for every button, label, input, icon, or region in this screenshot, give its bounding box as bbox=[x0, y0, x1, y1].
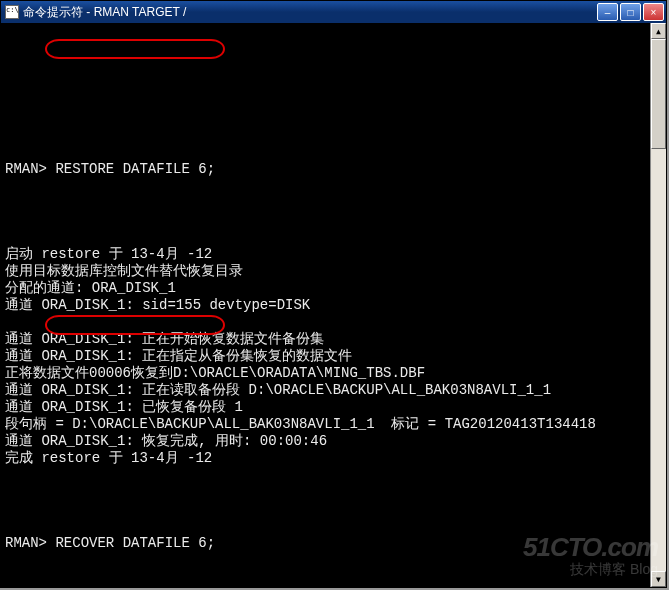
rman-prompt: RMAN> bbox=[5, 535, 47, 551]
scroll-thumb[interactable] bbox=[651, 39, 666, 149]
terminal-line: 段句柄 = D:\ORACLE\BACKUP\ALL_BAK03N8AVLI_1… bbox=[5, 416, 648, 433]
restore-command: RESTORE DATAFILE 6; bbox=[55, 161, 215, 177]
window-controls: – □ × bbox=[597, 3, 664, 21]
minimize-button[interactable]: – bbox=[597, 3, 618, 21]
scroll-track[interactable] bbox=[651, 39, 666, 571]
close-button[interactable]: × bbox=[643, 3, 664, 21]
titlebar[interactable]: 命令提示符 - RMAN TARGET / – □ × bbox=[1, 1, 666, 23]
scroll-down-button[interactable]: ▼ bbox=[651, 571, 666, 587]
terminal-line: 通道 ORA_DISK_1: 恢复完成, 用时: 00:00:46 bbox=[5, 433, 648, 450]
highlight-ring-restore bbox=[45, 39, 225, 59]
recover-command: RECOVER DATAFILE 6; bbox=[55, 535, 215, 551]
cmd-icon bbox=[5, 5, 19, 19]
terminal-line: 通道 ORA_DISK_1: sid=155 devtype=DISK bbox=[5, 297, 648, 314]
cmd-window: 命令提示符 - RMAN TARGET / – □ × RMAN> RESTOR… bbox=[0, 0, 667, 588]
window-title: 命令提示符 - RMAN TARGET / bbox=[23, 4, 597, 21]
terminal-line bbox=[5, 467, 648, 484]
maximize-button[interactable]: □ bbox=[620, 3, 641, 21]
terminal-line: 通道 ORA_DISK_1: 正在读取备份段 D:\ORACLE\BACKUP\… bbox=[5, 382, 648, 399]
terminal-line: 通道 ORA_DISK_1: 已恢复备份段 1 bbox=[5, 399, 648, 416]
terminal-area[interactable]: RMAN> RESTORE DATAFILE 6; 启动 restore 于 1… bbox=[1, 23, 666, 587]
scrollbar-vertical[interactable]: ▲ ▼ bbox=[650, 23, 666, 587]
terminal-line: 启动 restore 于 13-4月 -12 bbox=[5, 246, 648, 263]
terminal-line: 正将数据文件00006恢复到D:\ORACLE\ORADATA\MING_TBS… bbox=[5, 365, 648, 382]
terminal-line: 通道 ORA_DISK_1: 正在开始恢复数据文件备份集 bbox=[5, 331, 648, 348]
prompt-line: RMAN> RESTORE DATAFILE 6; bbox=[5, 161, 648, 178]
terminal-line: 分配的通道: ORA_DISK_1 bbox=[5, 280, 648, 297]
prompt-line: RMAN> RECOVER DATAFILE 6; bbox=[5, 535, 648, 552]
terminal-line: 通道 ORA_DISK_1: 正在指定从备份集恢复的数据文件 bbox=[5, 348, 648, 365]
rman-prompt: RMAN> bbox=[5, 161, 47, 177]
terminal-line: 完成 restore 于 13-4月 -12 bbox=[5, 450, 648, 467]
terminal-line bbox=[5, 229, 648, 246]
terminal-line bbox=[5, 314, 648, 331]
terminal-content: RMAN> RESTORE DATAFILE 6; 启动 restore 于 1… bbox=[5, 25, 664, 587]
terminal-line: 使用目标数据库控制文件替代恢复目录 bbox=[5, 263, 648, 280]
blank-line bbox=[5, 110, 648, 127]
scroll-up-button[interactable]: ▲ bbox=[651, 23, 666, 39]
